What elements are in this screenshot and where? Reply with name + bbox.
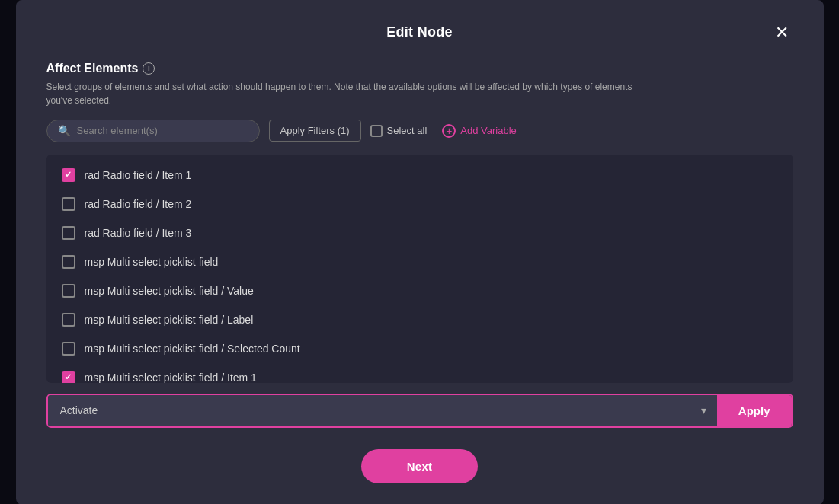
list-item[interactable]: msp Multi select picklist field / Label [46,305,793,334]
list-item[interactable]: msp Multi select picklist field / Value [46,276,793,305]
item-checkbox[interactable] [62,168,75,182]
item-label: msp Multi select picklist field / Item 1 [85,372,257,383]
next-button[interactable]: Next [361,449,479,483]
item-label: msp Multi select picklist field [85,256,219,268]
elements-list-scroll[interactable]: rad Radio field / Item 1rad Radio field … [46,155,793,383]
item-checkbox[interactable] [62,226,75,240]
close-button[interactable]: ✕ [770,21,793,44]
item-checkbox[interactable] [62,342,75,356]
item-checkbox[interactable] [62,284,75,298]
info-icon: i [143,62,155,75]
toolbar: 🔍 Apply Filters (1) Select all + Add Var… [46,120,793,142]
list-item[interactable]: msp Multi select picklist field / Select… [46,334,793,363]
item-label: msp Multi select picklist field / Label [85,314,254,326]
action-select-wrapper: ActivateDeactivateHideShow [48,395,717,426]
item-label: rad Radio field / Item 3 [85,227,192,239]
modal-footer: Next [46,449,793,483]
item-label: msp Multi select picklist field / Select… [85,343,300,355]
select-all-area[interactable]: Select all [370,125,428,137]
action-bar: ActivateDeactivateHideShow Apply [46,394,793,428]
modal-container: Edit Node ✕ Affect Elements i Select gro… [16,0,824,504]
search-box: 🔍 [46,120,260,142]
add-variable-button[interactable]: + Add Variable [436,121,522,141]
modal-header: Edit Node ✕ [46,24,793,40]
list-item[interactable]: rad Radio field / Item 3 [46,219,793,247]
apply-filters-button[interactable]: Apply Filters (1) [269,120,361,142]
apply-button[interactable]: Apply [717,395,792,426]
item-label: rad Radio field / Item 2 [85,198,192,210]
select-all-checkbox[interactable] [370,125,383,137]
item-checkbox[interactable] [62,255,75,269]
modal-title: Edit Node [386,24,453,40]
list-item[interactable]: rad Radio field / Item 2 [46,190,793,219]
list-item[interactable]: msp Multi select picklist field [46,247,793,276]
modal-overlay: Edit Node ✕ Affect Elements i Select gro… [0,0,839,504]
elements-list-container: rad Radio field / Item 1rad Radio field … [46,155,793,383]
action-select[interactable]: ActivateDeactivateHideShow [48,395,123,426]
item-label: msp Multi select picklist field / Value [85,285,254,297]
plus-circle-icon: + [442,124,456,138]
section-description: Select groups of elements and set what a… [46,80,656,107]
item-checkbox[interactable] [62,371,75,383]
search-icon: 🔍 [58,125,71,137]
item-label: rad Radio field / Item 1 [85,169,192,181]
search-input[interactable] [77,125,248,136]
section-title: Affect Elements i [46,62,793,75]
item-checkbox[interactable] [62,313,75,327]
select-all-label: Select all [387,125,428,136]
item-checkbox[interactable] [62,197,75,211]
list-item[interactable]: msp Multi select picklist field / Item 1 [46,363,793,383]
list-item[interactable]: rad Radio field / Item 1 [46,161,793,190]
